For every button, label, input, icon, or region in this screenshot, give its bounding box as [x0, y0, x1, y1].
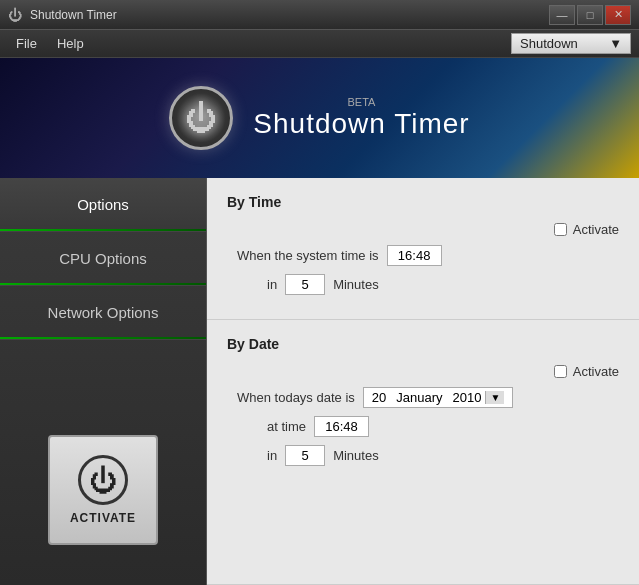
activate-power-icon: ⏻	[78, 455, 128, 505]
power-icon-large: ⏻	[169, 86, 233, 150]
beta-label: BETA	[253, 96, 469, 108]
menu-bar: File Help Shutdown ▼	[0, 30, 639, 58]
date-dropdown-btn[interactable]: ▼	[485, 391, 504, 404]
by-time-when-label: When the system time is	[237, 248, 379, 263]
action-dropdown[interactable]: Shutdown ▼	[511, 33, 631, 54]
by-date-when-label: When todays date is	[237, 390, 355, 405]
close-button[interactable]: ✕	[605, 5, 631, 25]
by-date-in-row: in Minutes	[227, 445, 619, 466]
date-month: January	[396, 390, 442, 405]
date-year: 2010	[453, 390, 482, 405]
by-date-minutes-label: Minutes	[333, 448, 379, 463]
by-date-time-row: at time	[227, 416, 619, 437]
by-time-minutes-label: Minutes	[333, 277, 379, 292]
by-date-time-input[interactable]	[314, 416, 369, 437]
by-time-section: By Time Activate When the system time is…	[207, 178, 639, 320]
sidebar-item-options[interactable]: Options	[0, 178, 206, 232]
by-time-in-label: in	[267, 277, 277, 292]
date-picker[interactable]: 20 January 2010 ▼	[363, 387, 514, 408]
content-area: By Time Activate When the system time is…	[207, 178, 639, 585]
sidebar-cpu-label: CPU Options	[59, 250, 147, 267]
date-day: 20	[372, 390, 386, 405]
by-time-activate-checkbox[interactable]	[554, 223, 567, 236]
activate-button[interactable]: ⏻ ACTIVATE	[48, 435, 158, 545]
sidebar: Options CPU Options Network Options ⏻ AC…	[0, 178, 207, 585]
title-bar: ⏻ Shutdown Timer — □ ✕	[0, 0, 639, 30]
minimize-button[interactable]: —	[549, 5, 575, 25]
by-date-in-label: in	[267, 448, 277, 463]
app-header-title: Shutdown Timer	[253, 108, 469, 139]
file-menu[interactable]: File	[8, 33, 45, 54]
by-time-time-input[interactable]	[387, 245, 442, 266]
by-time-minutes-input[interactable]	[285, 274, 325, 295]
window-controls: — □ ✕	[549, 5, 631, 25]
by-date-activate-checkbox[interactable]	[554, 365, 567, 378]
maximize-button[interactable]: □	[577, 5, 603, 25]
header-text: BETA Shutdown Timer	[253, 96, 469, 140]
sidebar-options-label: Options	[77, 196, 129, 213]
main-content: Options CPU Options Network Options ⏻ AC…	[0, 178, 639, 585]
sidebar-item-network-options[interactable]: Network Options	[0, 286, 206, 340]
menu-items: File Help	[8, 33, 92, 54]
app-title: Shutdown Timer	[30, 8, 117, 22]
by-time-when-row: When the system time is	[227, 245, 619, 266]
sidebar-network-label: Network Options	[48, 304, 159, 321]
by-time-activate-row: Activate	[227, 222, 619, 237]
chevron-down-icon: ▼	[609, 36, 622, 51]
by-date-title: By Date	[227, 336, 619, 352]
app-header: ⏻ BETA Shutdown Timer	[0, 58, 639, 178]
by-date-when-row: When todays date is 20 January 2010 ▼	[227, 387, 619, 408]
action-dropdown-label: Shutdown	[520, 36, 578, 51]
by-date-at-time-label: at time	[267, 419, 306, 434]
by-time-activate-label: Activate	[573, 222, 619, 237]
title-bar-left: ⏻ Shutdown Timer	[8, 7, 117, 23]
activate-label: ACTIVATE	[70, 511, 136, 525]
by-time-in-row: in Minutes	[227, 274, 619, 295]
power-symbol: ⏻	[185, 102, 217, 134]
by-date-activate-label: Activate	[573, 364, 619, 379]
help-menu[interactable]: Help	[49, 33, 92, 54]
power-icon-small: ⏻	[8, 7, 24, 23]
sidebar-item-cpu-options[interactable]: CPU Options	[0, 232, 206, 286]
by-date-section: By Date Activate When todays date is 20 …	[207, 320, 639, 585]
by-date-activate-row: Activate	[227, 364, 619, 379]
by-date-minutes-input[interactable]	[285, 445, 325, 466]
by-time-title: By Time	[227, 194, 619, 210]
